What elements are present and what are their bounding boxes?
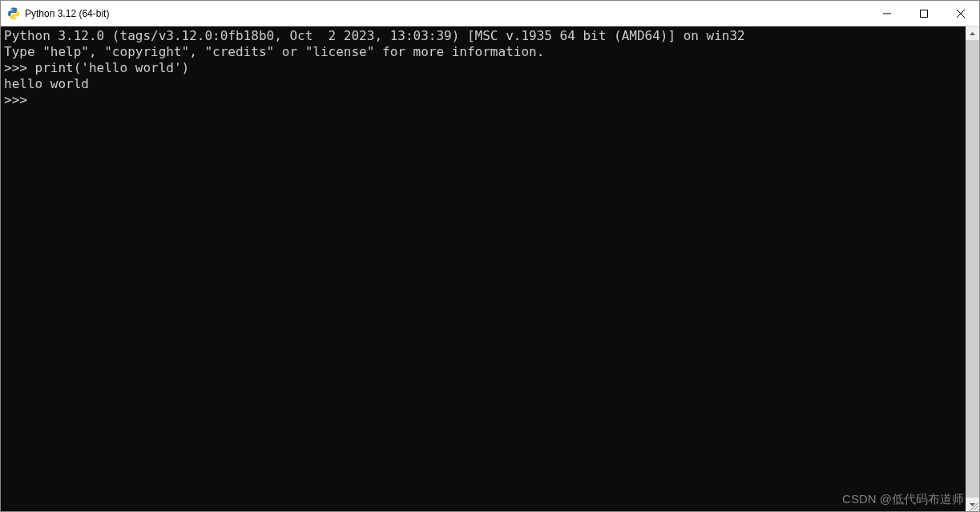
- scroll-down-button[interactable]: [966, 498, 979, 511]
- vertical-scrollbar[interactable]: [966, 26, 979, 511]
- scroll-up-button[interactable]: [966, 26, 979, 40]
- close-button[interactable]: [942, 1, 979, 26]
- window-title: Python 3.12 (64-bit): [25, 8, 869, 19]
- scrollbar-track[interactable]: [966, 40, 979, 498]
- titlebar[interactable]: Python 3.12 (64-bit): [1, 1, 979, 26]
- svg-marker-4: [970, 32, 975, 35]
- window-controls: [869, 1, 979, 26]
- python-icon: [7, 7, 20, 20]
- svg-marker-5: [970, 503, 975, 506]
- minimize-button[interactable]: [869, 1, 905, 26]
- scrollbar-thumb[interactable]: [966, 40, 979, 498]
- app-window: Python 3.12 (64-bit) Python 3.12.0 (tags…: [0, 0, 980, 512]
- maximize-button[interactable]: [905, 1, 942, 26]
- terminal-area: Python 3.12.0 (tags/v3.12.0:0fb18b0, Oct…: [1, 26, 979, 511]
- terminal-content[interactable]: Python 3.12.0 (tags/v3.12.0:0fb18b0, Oct…: [1, 26, 966, 511]
- svg-rect-1: [921, 10, 928, 17]
